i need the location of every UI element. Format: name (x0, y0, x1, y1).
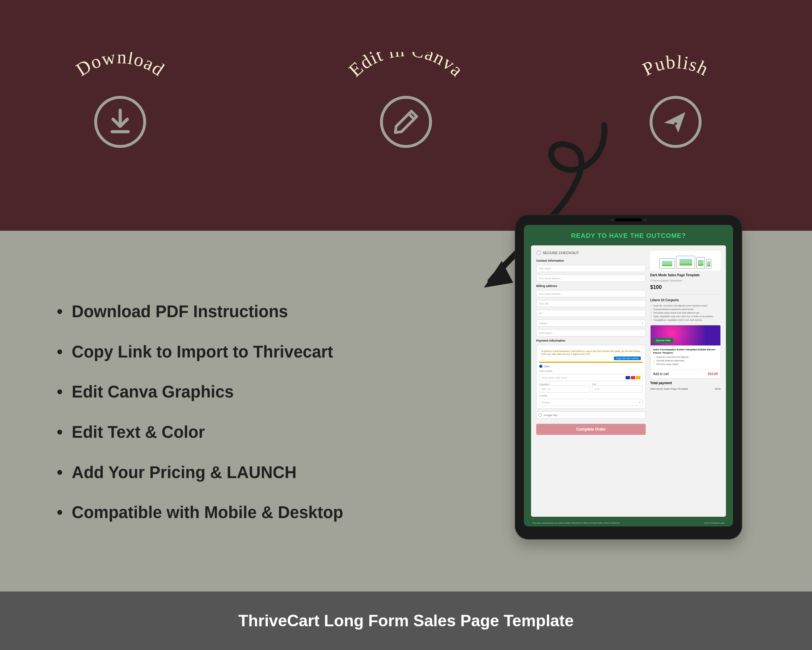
total-line: Dark Mode Sales Page Template$100 (650, 387, 721, 390)
google-pay-option[interactable]: Google Pay (536, 411, 646, 419)
card-box: To perform a test transaction, click bel… (536, 345, 646, 409)
offer-ribbon: Special Offer (653, 338, 673, 343)
svg-text:Edit in Canva: Edit in Canva (345, 52, 468, 81)
card-country-select[interactable]: Türkiye▾ (539, 399, 643, 406)
test-card-note: To perform a test transaction, click bel… (539, 348, 643, 363)
country-select[interactable]: Türkiye▾ (536, 320, 646, 327)
step-edit: Edit in Canva (336, 52, 476, 148)
arched-label-publish: Publish (611, 52, 740, 101)
card-tab[interactable]: Card (539, 365, 643, 368)
feature-bullets: Download PDF Instructions Copy Link to I… (57, 302, 343, 543)
footer-band: ThriveCart Long Form Sales Page Template (0, 592, 812, 650)
add-to-cart-button[interactable]: Add to cart (653, 372, 669, 376)
bullet-item: Copy Link to Import to Thrivecart (57, 343, 343, 362)
bullet-item: Add Your Pricing & LAUNCH (57, 463, 343, 482)
offer-price: $10.00 (708, 372, 718, 376)
offer-image: Special Offer (650, 325, 720, 346)
tablet-screen: READY TO HAVE THE OUTCOME? SECURE CHECKO… (524, 225, 733, 526)
step-download: Download (55, 52, 185, 148)
bullet-item: Download PDF Instructions (57, 302, 343, 321)
footer-title: ThriveCart Long Form Sales Page Template (238, 611, 574, 630)
screen-headline: READY TO HAVE THE OUTCOME? (524, 225, 733, 245)
product-price: $100 (650, 284, 721, 290)
contact-heading: Contact information (536, 259, 646, 262)
device-monitor-icon (676, 256, 695, 269)
secure-checkout-label: SECURE CHECKOUT (536, 251, 646, 255)
card-number-field[interactable]: 1234 1234 1234 1234 (539, 374, 643, 381)
tablet-notch (615, 219, 642, 221)
zip-field[interactable]: ZIP (536, 310, 646, 317)
checkout-right-col: Dark Mode Sales Page Template In Rerum Q… (650, 251, 721, 512)
device-laptop-icon (659, 258, 675, 269)
svg-text:Publish: Publish (639, 52, 712, 80)
device-phone-icon (706, 259, 711, 269)
arched-label-download: Download (55, 52, 185, 101)
pencil-icon (380, 96, 432, 148)
name-field[interactable]: Your name (536, 265, 646, 272)
copy-test-card-button[interactable]: Copy test card number (614, 356, 641, 360)
step-publish: Publish (611, 52, 740, 148)
download-icon (94, 96, 146, 148)
product-name: Dark Mode Sales Page Template (650, 273, 721, 277)
svg-point-3 (674, 122, 677, 125)
bullet-item: Edit Text & Color (57, 423, 343, 442)
bullet-item: Edit Canva Graphics (57, 382, 343, 402)
screen-footer: This sale is processed by our online res… (524, 520, 733, 526)
state-field[interactable]: State/region (536, 329, 646, 336)
email-field[interactable]: Your email address (536, 275, 646, 282)
benefits-heading: Libero Ut Corporis (650, 298, 721, 302)
offer-title: Iusto Consequatur Autem Volupitas Debiti… (653, 348, 718, 355)
benefits-list: Quas illo, doloreem sint aliquam enim ma… (650, 304, 721, 323)
lock-icon (536, 251, 541, 255)
send-icon (650, 96, 702, 148)
arched-label-edit: Edit in Canva (336, 52, 476, 101)
cvc-field[interactable]: CVC (592, 385, 643, 393)
expiry-field[interactable]: MM / YY (539, 385, 590, 393)
svg-text:Download: Download (72, 52, 169, 80)
tablet-mockup: READY TO HAVE THE OUTCOME? SECURE CHECKO… (515, 214, 742, 540)
city-field[interactable]: Your city (536, 300, 646, 307)
special-offer-card: Special Offer Iusto Consequatur Autem Vo… (650, 325, 721, 379)
payment-heading: Payment information (536, 339, 646, 342)
product-subtitle: In Rerum Quisham Slobusiction (650, 280, 721, 282)
billing-heading: Billing address (536, 284, 646, 288)
product-preview-devices (650, 251, 721, 271)
checkout-left-col: SECURE CHECKOUT Contact information Your… (536, 251, 646, 512)
device-tablet-icon (696, 257, 705, 269)
total-heading: Total payment (650, 381, 721, 385)
bullet-item: Compatible with Mobile & Desktop (57, 503, 343, 522)
complete-order-button[interactable]: Complete Order (536, 424, 646, 435)
street-field[interactable]: Your street address (536, 290, 646, 297)
